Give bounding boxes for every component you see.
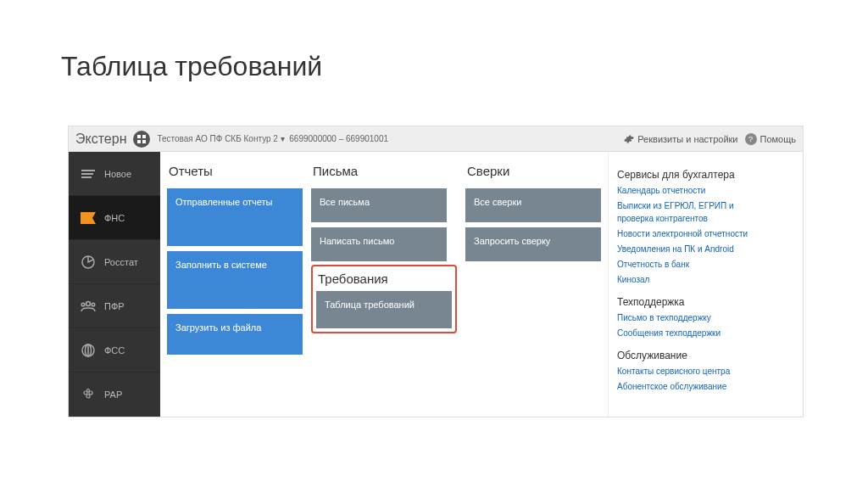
rp-link-news[interactable]: Новости электронной отчетности <box>617 227 769 240</box>
sidebar-item-fss[interactable]: ФСС <box>69 328 160 372</box>
settings-link[interactable]: Реквизиты и настройки <box>624 134 737 144</box>
column-title-reports: Отчеты <box>167 164 303 183</box>
rp-link-support-letter[interactable]: Письмо в техподдержку <box>617 311 769 324</box>
grapes-icon <box>81 387 96 402</box>
apps-icon[interactable] <box>133 131 150 148</box>
svg-point-9 <box>81 303 85 306</box>
tile-all-letters[interactable]: Все письма <box>311 188 447 222</box>
rp-link-notifications[interactable]: Уведомления на ПК и Android <box>617 243 769 255</box>
svg-point-15 <box>89 391 92 395</box>
column-reports: Отчеты Отправленные отчеты Заполнить в с… <box>167 164 303 405</box>
svg-rect-2 <box>137 140 141 143</box>
svg-point-17 <box>87 389 90 391</box>
right-panel: Сервисы для бухгалтера Календарь отчетно… <box>608 152 777 417</box>
sidebar-item-label: ФСС <box>104 345 125 355</box>
tile-requirements-table[interactable]: Таблица требований <box>316 291 452 328</box>
svg-point-14 <box>84 391 87 395</box>
main-area: Отчеты Отправленные отчеты Заполнить в с… <box>160 152 803 417</box>
org-name[interactable]: Тестовая АО ПФ СКБ Контур 2 ▾ 6699000000… <box>157 134 388 143</box>
help-link[interactable]: ? Помощь <box>745 133 797 145</box>
svg-rect-1 <box>142 135 146 138</box>
tile-fill-system[interactable]: Заполнить в системе <box>167 251 303 309</box>
flag-icon <box>81 210 96 226</box>
sidebar-item-label: Росстат <box>104 257 138 267</box>
rp-heading-support: Техподдержка <box>617 296 769 308</box>
gear-icon <box>624 134 634 144</box>
svg-point-10 <box>92 303 95 306</box>
tile-all-recon[interactable]: Все сверки <box>465 188 601 222</box>
column-reconciliation: Сверки Все сверки Запросить сверку <box>465 164 601 405</box>
column-title-letters: Письма <box>311 164 457 183</box>
sidebar-item-pfr[interactable]: ПФР <box>69 284 160 328</box>
sidebar-item-label: РАР <box>104 389 122 400</box>
svg-rect-3 <box>142 140 146 143</box>
svg-point-16 <box>86 395 90 398</box>
rp-link-cinema[interactable]: Кинозал <box>617 273 769 286</box>
tile-load-file[interactable]: Загрузить из файла <box>167 314 303 355</box>
sidebar-item-label: ФНС <box>104 213 125 223</box>
rp-link-subscription[interactable]: Абонентское обслуживание <box>617 380 769 393</box>
sidebar-item-label: Новое <box>104 169 131 179</box>
svg-rect-0 <box>137 135 141 138</box>
tile-sent-reports[interactable]: Отправленные отчеты <box>167 188 303 246</box>
topbar: Экстерн Тестовая АО ПФ СКБ Контур 2 ▾ 66… <box>69 126 803 152</box>
app-logo-text: Экстерн <box>75 132 126 147</box>
rp-link-service-contacts[interactable]: Контакты сервисного центра <box>617 365 769 378</box>
page-title: Таблица требований <box>0 0 868 99</box>
rp-heading-service: Обслуживание <box>617 350 769 361</box>
globe-icon <box>81 343 96 358</box>
tile-request-recon[interactable]: Запросить сверку <box>465 227 601 261</box>
people-icon <box>81 299 96 314</box>
sidebar-item-rosstat[interactable]: Росстат <box>69 240 160 284</box>
sidebar-item-fns[interactable]: ФНС <box>69 196 160 240</box>
list-icon <box>81 166 96 182</box>
rp-link-calendar[interactable]: Календарь отчетности <box>617 184 769 197</box>
pie-chart-icon <box>81 255 96 270</box>
column-title-requirements: Требования <box>316 270 452 291</box>
sidebar: Новое ФНС Росстат ПФР <box>69 152 160 417</box>
rp-heading-services: Сервисы для бухгалтера <box>617 169 769 181</box>
requirements-highlight: Требования Таблица требований <box>311 265 457 333</box>
column-letters: Письма Все письма Написать письмо <box>311 164 457 261</box>
help-icon: ? <box>745 133 757 145</box>
rp-link-extracts[interactable]: Выписки из ЕГРЮЛ, ЕГРИП и проверка контр… <box>617 199 769 225</box>
column-title-reconciliation: Сверки <box>465 164 601 183</box>
sidebar-item-label: ПФР <box>104 301 125 311</box>
tile-write-letter[interactable]: Написать письмо <box>311 227 447 261</box>
svg-point-8 <box>86 301 91 305</box>
sidebar-item-new[interactable]: Новое <box>69 152 160 196</box>
rp-link-support-messages[interactable]: Сообщения техподдержки <box>617 327 769 339</box>
app-window: Экстерн Тестовая АО ПФ СКБ Контур 2 ▾ 66… <box>68 126 804 417</box>
sidebar-item-rar[interactable]: РАР <box>69 372 160 417</box>
rp-link-bank[interactable]: Отчетность в банк <box>617 258 769 271</box>
